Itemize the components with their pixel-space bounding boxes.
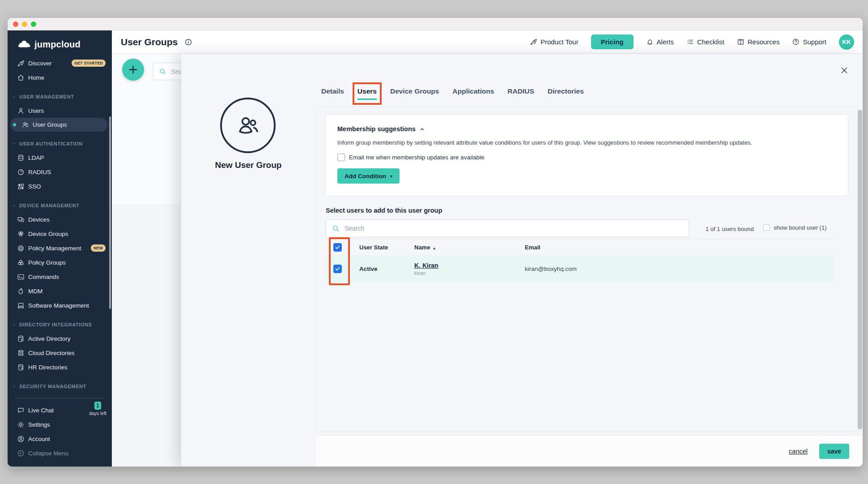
tab-device-groups[interactable]: Device Groups <box>390 87 439 100</box>
trial-countdown: 1days left <box>89 402 106 416</box>
sidebar-item-label: Devices <box>28 216 50 223</box>
user-row[interactable]: ActiveK, Kirankirankiran@boxyhq.com <box>326 255 833 283</box>
collapse-icon <box>17 450 25 457</box>
home-icon <box>17 74 25 81</box>
user-icon <box>17 107 25 115</box>
email-updates-option[interactable]: Email me when membership updates are ava… <box>337 154 836 161</box>
sidebar-divider <box>15 398 105 398</box>
sidebar-item-devices[interactable]: Devices <box>8 212 112 227</box>
select-users-heading: Select users to add to this user group <box>326 207 442 214</box>
caret-down-icon: ▾ <box>390 174 392 179</box>
add-condition-button[interactable]: Add Condition ▾ <box>337 168 400 184</box>
tab-directories[interactable]: Directories <box>548 87 584 100</box>
header-nav-label: Product Tour <box>540 38 579 46</box>
sidebar-item-mdm[interactable]: MDM <box>8 284 112 298</box>
show-bound-user-label: show bound user (1) <box>774 224 827 231</box>
user-row-checkbox[interactable] <box>333 265 342 273</box>
search-icon <box>159 68 166 75</box>
sidebar-item-collapse-menu[interactable]: Collapse Menu <box>8 446 112 460</box>
sidebar-section-directory-integrations[interactable]: DIRECTORY INTEGRATIONS <box>8 318 112 331</box>
tab-users[interactable]: Users <box>357 87 377 100</box>
sidebar-item-label: LDAP <box>28 154 44 161</box>
header-nav-support[interactable]: Support <box>792 38 826 46</box>
sidebar-item-badge: GET STARTED <box>72 60 106 67</box>
sidebar-item-discover[interactable]: DiscoverGET STARTED <box>8 56 112 70</box>
close-icon <box>839 65 849 75</box>
user-group-icon <box>235 112 261 138</box>
question-icon <box>792 38 800 46</box>
chat-icon <box>17 407 25 414</box>
header-nav-product-tour[interactable]: Product Tour <box>530 38 579 46</box>
show-bound-user-checkbox[interactable] <box>763 224 770 231</box>
sidebar-item-hr-directories[interactable]: HR Directories <box>8 360 112 374</box>
chev-down-icon <box>11 141 17 147</box>
app-window: jumpcloud DiscoverGET STARTEDHomeUSER MA… <box>8 18 863 467</box>
jumpcloud-logo[interactable]: jumpcloud <box>8 33 112 56</box>
sidebar-item-cloud-directories[interactable]: Cloud Directories <box>8 346 112 360</box>
sidebar-scrollbar[interactable] <box>109 116 111 309</box>
header-nav-checklist[interactable]: Checklist <box>686 38 724 46</box>
sidebar-item-label: Collapse Menu <box>28 450 68 457</box>
checklist-icon <box>686 38 694 46</box>
show-bound-user-option[interactable]: show bound user (1) <box>763 224 827 231</box>
sidebar-item-active-directory[interactable]: Active Directory <box>8 331 112 346</box>
save-button[interactable]: save <box>819 444 849 459</box>
user-avatar[interactable]: KK <box>839 34 854 50</box>
tab-radius[interactable]: RADIUS <box>507 87 534 100</box>
sidebar-nav: DiscoverGET STARTEDHomeUSER MANAGEMENTUs… <box>8 56 112 394</box>
column-header-user-state[interactable]: User State <box>359 244 414 251</box>
user-name-link[interactable]: K, Kiran <box>414 262 525 269</box>
membership-suggestions-toggle[interactable]: Membership suggestions <box>337 125 836 133</box>
select-all-checkbox[interactable] <box>333 243 342 252</box>
sidebar-item-live-chat[interactable]: Live Chat1days left <box>8 403 112 417</box>
sidebar-section-user-authentication[interactable]: USER AUTHENTICATION <box>8 137 112 150</box>
sidebar-item-label: Software Management <box>28 302 89 309</box>
chev-down-icon <box>11 322 17 328</box>
sidebar-item-software-management[interactable]: Software Management <box>8 298 112 313</box>
group-avatar <box>220 98 276 153</box>
email-updates-checkbox[interactable] <box>337 154 345 161</box>
info-icon[interactable] <box>184 38 192 46</box>
terminal-icon <box>17 273 25 281</box>
sidebar-item-home[interactable]: Home <box>8 70 112 85</box>
sidebar-item-radius[interactable]: RADIUS <box>8 165 112 179</box>
sidebar-item-account[interactable]: Account <box>8 432 112 446</box>
panel-scrollbar[interactable] <box>858 110 862 429</box>
sidebar-item-sso[interactable]: SSO <box>8 179 112 193</box>
sidebar-section-device-management[interactable]: DEVICE MANAGEMENT <box>8 199 112 212</box>
column-header-name[interactable]: Name▲ <box>414 244 525 251</box>
tab-details[interactable]: Details <box>321 87 344 100</box>
sidebar-item-commands[interactable]: Commands <box>8 270 112 284</box>
sidebar-item-policy-groups[interactable]: Policy Groups <box>8 255 112 270</box>
bell-icon <box>646 38 654 46</box>
sidebar-item-device-groups[interactable]: Device Groups <box>8 227 112 241</box>
header-nav-pricing[interactable]: Pricing <box>591 34 634 49</box>
tab-applications[interactable]: Applications <box>452 87 494 100</box>
users-table: User StateName▲EmailActiveK, Kirankirank… <box>326 239 833 283</box>
sidebar-section-security-management[interactable]: SECURITY MANAGEMENT <box>8 380 112 393</box>
sidebar-item-policy-management[interactable]: Policy ManagementNEW <box>8 241 112 255</box>
chevron-up-icon <box>419 126 425 133</box>
add-user-group-button[interactable] <box>122 59 144 81</box>
sidebar-item-label: Discover <box>28 60 52 67</box>
user-username: kiran <box>414 270 525 276</box>
sidebar-item-settings[interactable]: Settings <box>8 417 112 432</box>
minimize-window-button[interactable] <box>22 21 27 27</box>
membership-suggestions-heading: Membership suggestions <box>337 125 416 133</box>
zoom-window-button[interactable] <box>31 21 36 27</box>
header-nav-resources[interactable]: Resources <box>737 38 780 46</box>
cancel-button[interactable]: cancel <box>789 448 808 455</box>
user-search-input[interactable] <box>345 225 658 232</box>
sidebar-item-users[interactable]: Users <box>8 103 112 118</box>
close-panel-button[interactable] <box>838 64 851 77</box>
new-user-group-panel: New User Group DetailsUsersDevice Groups… <box>181 54 863 467</box>
users-icon <box>21 121 29 128</box>
email-updates-label: Email me when membership updates are ava… <box>349 154 484 161</box>
column-header-email[interactable]: Email <box>525 244 833 251</box>
sidebar-item-ldap[interactable]: LDAP <box>8 150 112 165</box>
close-window-button[interactable] <box>13 21 18 27</box>
sidebar-item-user-groups[interactable]: User Groups <box>10 118 107 132</box>
header-nav-alerts[interactable]: Alerts <box>646 38 674 46</box>
logo-text: jumpcloud <box>34 39 81 50</box>
sidebar-section-user-management[interactable]: USER MANAGEMENT <box>8 90 112 103</box>
